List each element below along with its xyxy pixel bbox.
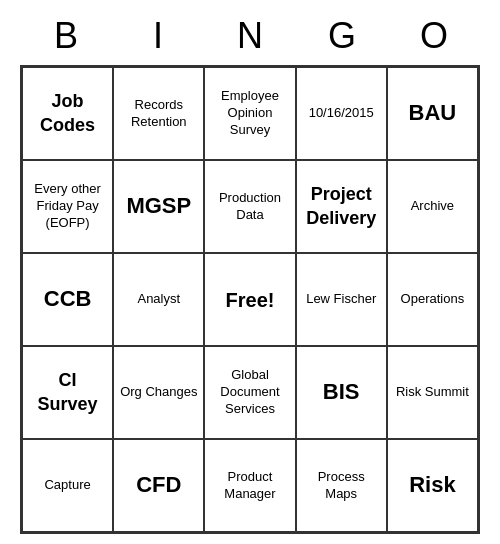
cell-r4-c4: Risk	[387, 439, 478, 532]
header-letter: O	[388, 10, 480, 61]
cell-r2-c1: Analyst	[113, 253, 204, 346]
bingo-grid: Job CodesRecords RetentionEmployee Opini…	[20, 65, 480, 534]
cell-r3-c1: Org Changes	[113, 346, 204, 439]
bingo-header: BINGO	[20, 10, 480, 61]
cell-r1-c3: Project Delivery	[296, 160, 387, 253]
header-letter: B	[20, 10, 112, 61]
header-letter: G	[296, 10, 388, 61]
cell-r1-c4: Archive	[387, 160, 478, 253]
cell-r0-c1: Records Retention	[113, 67, 204, 160]
cell-r2-c2: Free!	[204, 253, 295, 346]
cell-r2-c3: Lew Fischer	[296, 253, 387, 346]
cell-r0-c4: BAU	[387, 67, 478, 160]
cell-r3-c0: CI Survey	[22, 346, 113, 439]
cell-r2-c0: CCB	[22, 253, 113, 346]
cell-r0-c3: 10/16/2015	[296, 67, 387, 160]
cell-r4-c1: CFD	[113, 439, 204, 532]
cell-r0-c2: Employee Opinion Survey	[204, 67, 295, 160]
header-letter: I	[112, 10, 204, 61]
cell-r1-c0: Every other Friday Pay (EOFP)	[22, 160, 113, 253]
cell-r3-c4: Risk Summit	[387, 346, 478, 439]
cell-r0-c0: Job Codes	[22, 67, 113, 160]
cell-r2-c4: Operations	[387, 253, 478, 346]
cell-r3-c3: BIS	[296, 346, 387, 439]
cell-r1-c2: Production Data	[204, 160, 295, 253]
cell-r1-c1: MGSP	[113, 160, 204, 253]
cell-r4-c0: Capture	[22, 439, 113, 532]
cell-r4-c3: Process Maps	[296, 439, 387, 532]
cell-r3-c2: Global Document Services	[204, 346, 295, 439]
cell-r4-c2: Product Manager	[204, 439, 295, 532]
header-letter: N	[204, 10, 296, 61]
